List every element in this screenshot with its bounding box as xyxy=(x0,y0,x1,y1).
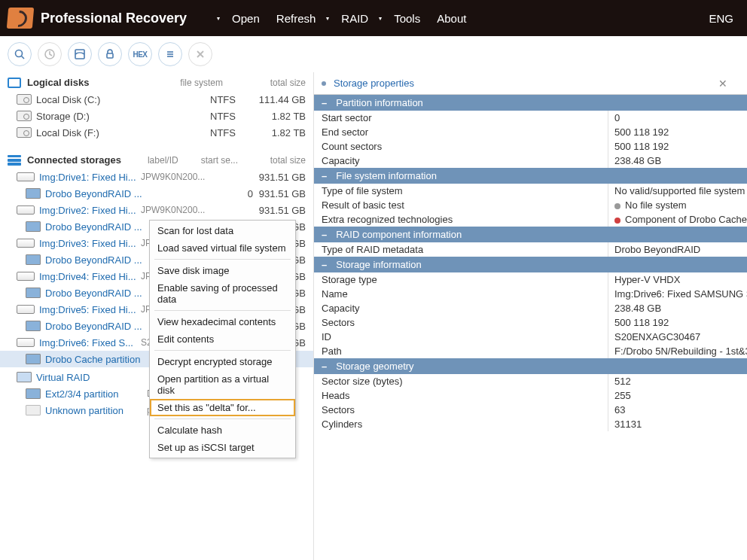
context-menu-item[interactable]: Set this as "delta" for... xyxy=(150,399,295,416)
context-menu-item[interactable]: Edit contents xyxy=(150,330,295,348)
disk-icon xyxy=(17,205,35,215)
collapse-icon: – xyxy=(322,229,327,240)
drive-icon xyxy=(17,127,32,138)
properties-panel: Storage properties ✕ –Partition informat… xyxy=(313,72,747,560)
logical-disks-header: Logical disks file system total size xyxy=(0,72,313,91)
prop-value: 500 118 192 xyxy=(608,139,747,154)
close-button[interactable] xyxy=(188,42,212,66)
partition-icon xyxy=(26,288,41,298)
menu-tools[interactable]: Tools xyxy=(388,12,426,25)
search-button[interactable] xyxy=(8,42,32,66)
prop-value: 512 xyxy=(608,374,747,388)
storage-child-row[interactable]: Drobo BeyondRAID ... 0 931.51 GB xyxy=(0,185,313,202)
virtual-raid-title: Virtual RAID xyxy=(36,372,90,383)
prop-key: Start sector xyxy=(314,111,608,125)
prop-key: Count sectors xyxy=(314,139,608,154)
search-icon xyxy=(14,48,26,60)
storage-size: 931.51 GB xyxy=(253,205,306,216)
storage-size: 931.51 GB xyxy=(253,172,306,183)
context-menu-item[interactable]: Load saved virtual file system xyxy=(150,239,295,257)
menu-open[interactable]: Open xyxy=(226,12,266,25)
collapse-icon: – xyxy=(322,361,327,372)
partition-icon xyxy=(26,388,41,399)
section-storage-info[interactable]: –Storage information xyxy=(314,257,747,272)
disk-icon xyxy=(17,338,35,347)
disk-size: 1.82 TB xyxy=(253,111,306,122)
save-button[interactable] xyxy=(68,42,92,66)
context-menu-separator xyxy=(154,350,291,351)
col-file-system: file system xyxy=(180,78,223,88)
col-start-sector: start se... xyxy=(201,155,238,166)
context-menu-item[interactable]: Decrypt encrypted storage xyxy=(150,353,295,370)
storage-row[interactable]: Img:Drive2: Fixed Hi... JPW9K0N200... 93… xyxy=(0,202,313,218)
prop-value: No file system xyxy=(608,198,747,212)
collapse-icon: – xyxy=(322,259,327,270)
menu-refresh[interactable]: Refresh xyxy=(270,12,322,25)
prop-key: Result of basic test xyxy=(314,198,608,212)
prop-value: F:/Drobo 5N/Rebuilding - 1st&3rd Driv xyxy=(608,344,747,358)
context-menu-item[interactable]: Calculate hash xyxy=(150,422,295,439)
context-menu: Scan for lost dataLoad saved virtual fil… xyxy=(149,220,296,458)
section-raid-info[interactable]: –RAID component information xyxy=(314,227,747,242)
prop-key: Path xyxy=(314,344,608,358)
logical-disk-row[interactable]: Local Disk (C:) NTFS 111.44 GB xyxy=(0,91,313,108)
lock-button[interactable] xyxy=(98,42,122,66)
disk-icon xyxy=(17,172,35,181)
context-menu-item[interactable]: Set up as iSCSI target xyxy=(150,439,295,456)
prop-value: 238.48 GB xyxy=(608,154,747,168)
menu-raid[interactable]: RAID xyxy=(335,12,374,25)
collapse-icon: – xyxy=(322,97,327,108)
prop-key: Type of RAID metadata xyxy=(314,242,608,257)
context-menu-item[interactable]: Enable saving of processed data xyxy=(150,279,295,308)
list-icon xyxy=(164,48,176,60)
storage-child-size: 931.51 GB xyxy=(253,188,306,199)
vraid-item-name: Ext2/3/4 partition xyxy=(45,388,147,400)
section-title: File system information xyxy=(336,170,437,181)
logical-disk-row[interactable]: Storage (D:) NTFS 1.82 TB xyxy=(0,108,313,124)
storage-row[interactable]: Img:Drive1: Fixed Hi... JPW9K0N200... 93… xyxy=(0,169,313,185)
disk-size: 111.44 GB xyxy=(253,94,306,105)
virtual-raid-icon xyxy=(17,372,32,382)
storage-stack-icon xyxy=(8,155,21,166)
properties-tab-title[interactable]: Storage properties xyxy=(334,78,414,89)
disk-fs: NTFS xyxy=(193,111,253,122)
menu-about[interactable]: About xyxy=(431,12,472,25)
properties-tab: Storage properties ✕ xyxy=(314,72,747,95)
section-title: Storage information xyxy=(336,259,421,270)
prop-value: 31131 xyxy=(608,417,747,431)
svg-rect-4 xyxy=(107,53,113,58)
context-menu-separator xyxy=(154,310,291,311)
hex-button[interactable]: HEX xyxy=(128,42,152,66)
dropdown-triangle-icon: ▾ xyxy=(326,15,329,22)
storage-name: Img:Drive2: Fixed Hi... xyxy=(39,205,141,216)
dropdown-triangle-icon: ▾ xyxy=(217,15,220,22)
disk-name: Local Disk (F:) xyxy=(36,127,157,138)
disk-size: 1.82 TB xyxy=(253,127,306,138)
dropdown-triangle-icon: ▾ xyxy=(379,15,382,22)
context-menu-item[interactable]: Open partition as a virtual disk xyxy=(150,370,295,399)
svg-point-0 xyxy=(16,50,23,57)
section-partition-info[interactable]: –Partition information xyxy=(314,95,747,111)
col-total-size: total size xyxy=(261,155,306,166)
storage-tree-panel: Logical disks file system total size Loc… xyxy=(0,72,313,560)
disk-name: Storage (D:) xyxy=(36,111,157,122)
storage-name: Img:Drive6: Fixed S... xyxy=(39,337,141,348)
prop-key: Extra recognized technologies xyxy=(314,212,608,227)
section-filesystem-info[interactable]: –File system information xyxy=(314,168,747,184)
tab-close-button[interactable]: ✕ xyxy=(718,78,727,90)
context-menu-item[interactable]: View hexadecimal contents xyxy=(150,313,295,330)
storage-name: Img:Drive1: Fixed Hi... xyxy=(39,172,141,183)
context-menu-item[interactable]: Scan for lost data xyxy=(150,222,295,239)
context-menu-item[interactable]: Save disk image xyxy=(150,262,295,279)
drive-icon xyxy=(17,111,32,121)
save-icon xyxy=(74,48,86,60)
list-button[interactable] xyxy=(158,42,182,66)
partition-icon xyxy=(26,321,41,331)
prop-key: ID xyxy=(314,330,608,344)
logical-disk-row[interactable]: Local Disk (F:) NTFS 1.82 TB xyxy=(0,124,313,141)
language-selector[interactable]: ENG xyxy=(703,12,739,25)
prop-value: 63 xyxy=(608,403,747,417)
clock-button[interactable] xyxy=(38,42,62,66)
storage-child-name: Drobo BeyondRAID ... xyxy=(45,288,147,299)
section-storage-geometry[interactable]: –Storage geometry xyxy=(314,358,747,374)
